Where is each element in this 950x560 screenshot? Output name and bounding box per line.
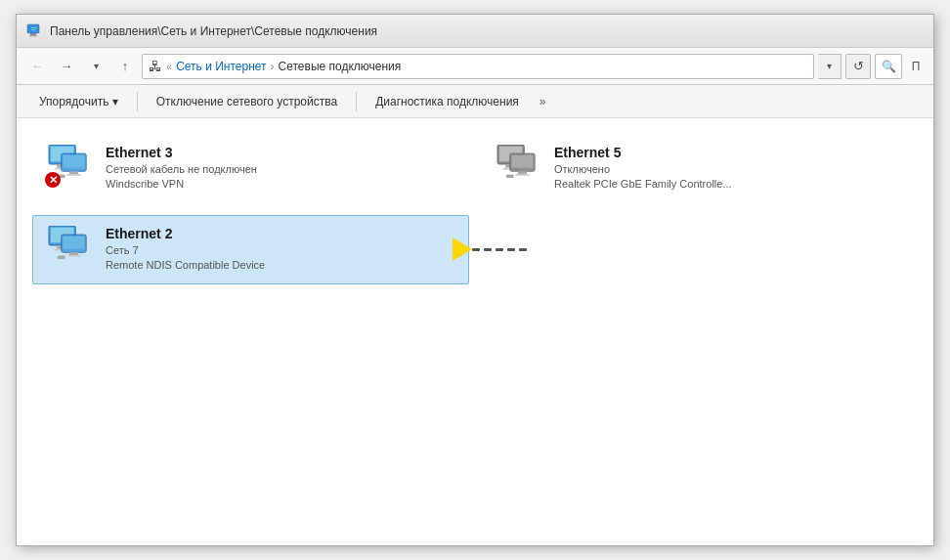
dash5	[519, 248, 527, 251]
address-bar: ← → ▾ ↑ 🖧 « Сеть и Интернет › Сетевые по…	[17, 48, 933, 85]
up-button[interactable]: ↑	[112, 54, 138, 79]
svg-rect-3	[31, 27, 37, 28]
svg-rect-2	[29, 35, 37, 37]
more-button[interactable]: П	[906, 54, 926, 79]
svg-rect-20	[518, 171, 527, 174]
breadcrumb-sep1: «	[166, 61, 172, 72]
svg-rect-1	[30, 33, 36, 35]
dash1	[472, 248, 480, 251]
ethernet5-info: Ethernet 5 Отключено Realtek PCIe GbE Fa…	[554, 145, 732, 193]
ethernet5-icon-wrap	[494, 145, 544, 188]
ethernet3-sub2: Windscribe VPN	[106, 177, 257, 192]
ethernet3-info: Ethernet 3 Сетевой кабель не подключен W…	[106, 145, 257, 193]
ethernet3-icon-wrap: ✕	[45, 145, 96, 188]
ethernet2-icon-wrap	[45, 226, 96, 269]
svg-rect-10	[64, 155, 85, 168]
computer-icon-ethernet5	[494, 145, 540, 184]
svg-rect-19	[512, 155, 534, 168]
svg-rect-11	[69, 171, 78, 174]
dash2	[484, 248, 492, 251]
ethernet2-info: Ethernet 2 Сеть 7 Remote NDIS Compatible…	[106, 226, 265, 274]
computer-icon-ethernet2	[45, 226, 92, 265]
arrow-dashes	[472, 248, 527, 251]
dash4	[507, 248, 515, 251]
svg-rect-21	[515, 174, 530, 176]
title-bar: Панель управления\Сеть и Интернет\Сетевы…	[17, 15, 933, 48]
error-badge-ethernet3: ✕	[45, 172, 61, 188]
organize-button[interactable]: Упорядочить ▾	[26, 89, 131, 114]
toolbar-separator	[137, 92, 138, 111]
arrow-triangle	[453, 237, 472, 261]
svg-rect-29	[69, 252, 78, 255]
svg-rect-22	[506, 175, 513, 178]
network-item-ethernet3[interactable]: ✕ Ethernet 3 Сетевой кабель не подключен…	[32, 134, 469, 203]
content-area: ✕ Ethernet 3 Сетевой кабель не подключен…	[17, 118, 933, 545]
ethernet2-name: Ethernet 2	[106, 226, 265, 241]
disable-button[interactable]: Отключение сетевого устройства	[144, 89, 350, 114]
address-dropdown-button[interactable]: ▾	[818, 54, 842, 79]
breadcrumb-part1[interactable]: Сеть и Интернет	[176, 60, 266, 73]
refresh-button[interactable]: ↺	[845, 54, 871, 79]
breadcrumb-arrow: ›	[271, 60, 275, 73]
ethernet3-sub1: Сетевой кабель не подключен	[106, 162, 257, 177]
svg-rect-0	[27, 24, 39, 33]
toolbar-more-button[interactable]: »	[534, 95, 552, 108]
title-bar-icon	[26, 22, 44, 40]
breadcrumb-part2: Сетевые подключения	[279, 60, 402, 73]
ethernet5-sub1: Отключено	[554, 162, 732, 177]
toolbar: Упорядочить ▾ Отключение сетевого устрой…	[17, 85, 933, 118]
svg-rect-4	[31, 29, 35, 30]
toolbar-separator2	[356, 92, 357, 111]
ethernet5-name: Ethernet 5	[554, 145, 732, 160]
dash3	[496, 248, 503, 251]
address-box: 🖧 « Сеть и Интернет › Сетевые подключени…	[142, 54, 814, 79]
ethernet2-sub2: Remote NDIS Compatible Device	[106, 258, 265, 273]
svg-rect-31	[58, 256, 65, 259]
ethernet3-name: Ethernet 3	[106, 145, 257, 160]
search-box[interactable]: 🔍	[875, 54, 902, 79]
address-icon: 🖧	[149, 59, 162, 74]
ethernet2-sub1: Сеть 7	[106, 243, 265, 258]
ethernet5-sub2: Realtek PCIe GbE Family Controlle...	[554, 177, 732, 192]
svg-rect-12	[66, 174, 81, 176]
network-item-ethernet5[interactable]: Ethernet 5 Отключено Realtek PCIe GbE Fa…	[481, 134, 918, 203]
main-window: Панель управления\Сеть и Интернет\Сетевы…	[16, 14, 934, 546]
back-button[interactable]: ←	[24, 54, 50, 79]
svg-rect-28	[64, 237, 85, 249]
title-bar-text: Панель управления\Сеть и Интернет\Сетевы…	[50, 24, 377, 38]
diagnostics-button[interactable]: Диагностика подключения	[363, 89, 532, 114]
forward-button[interactable]: →	[54, 54, 79, 79]
dropdown-recent-button[interactable]: ▾	[83, 54, 108, 79]
svg-rect-30	[66, 255, 81, 257]
arrow-annotation	[453, 237, 527, 261]
network-item-ethernet2[interactable]: Ethernet 2 Сеть 7 Remote NDIS Compatible…	[32, 215, 469, 284]
